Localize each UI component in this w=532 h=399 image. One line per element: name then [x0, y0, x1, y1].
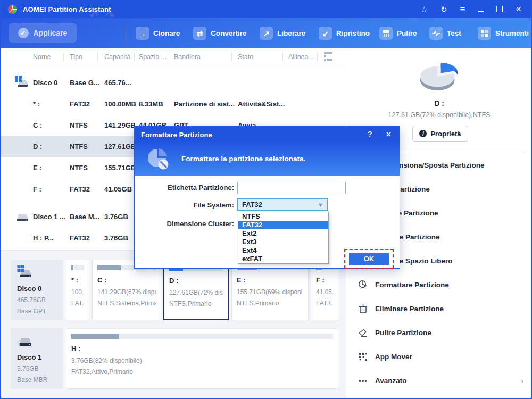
toolbar-item-test[interactable]: Test: [429, 27, 461, 40]
properties-label: Proprietà: [430, 130, 461, 138]
dialog-close-button[interactable]: ×: [386, 130, 391, 139]
format-partition-dialog: Formattare Partizione ? × Formattare la …: [134, 126, 400, 269]
partition-fs: FAT3...: [316, 300, 333, 307]
chevron-down-icon: ▼: [318, 202, 327, 208]
toolbar-item-recover[interactable]: ↙ Ripristino: [319, 27, 370, 40]
dialog-title: Formattare Partizione: [141, 131, 212, 139]
toolbar-item-convert[interactable]: ⇄ Convertire: [193, 27, 247, 40]
option-ext3[interactable]: Ext3: [238, 238, 328, 246]
selected-drive-label: D :: [346, 99, 532, 107]
toolbar-item-wipe[interactable]: Pulire: [379, 27, 417, 40]
partition-letter: * :: [71, 276, 84, 284]
format-dialog-pie-icon: [146, 147, 171, 172]
apply-button[interactable]: ✓ Applicare: [9, 23, 77, 43]
partition-size: 141.29GB(67% dispo...: [97, 288, 156, 296]
menu-item-advanced[interactable]: ••• Avanzato ›: [346, 369, 532, 393]
file-system-combobox[interactable]: FAT32 ▼: [237, 198, 328, 211]
partition-letter: F :: [316, 276, 333, 284]
minimize-button[interactable]: [478, 11, 484, 12]
apply-label: Applicare: [34, 29, 68, 37]
app-window: AOMEI Partition Assistant ☆ ↻ ≡ × ✓ Appl…: [0, 0, 532, 399]
refresh-icon[interactable]: ↻: [440, 5, 447, 13]
convert-icon: ⇄: [193, 27, 206, 40]
close-button[interactable]: ×: [516, 4, 521, 14]
option-fat32-selected[interactable]: FAT32: [238, 221, 328, 229]
menu-item-app-mover[interactable]: App Mover: [346, 345, 532, 369]
partition-fs: NTFS,Sistema,Prima...: [97, 300, 156, 307]
col-nome[interactable]: Nome: [33, 53, 51, 61]
partition-card-e[interactable]: E : 155.71GB(69% disponi... NTFS,Primari…: [231, 260, 309, 320]
cell-tipo: FAT32: [70, 185, 90, 193]
chevron-right-icon: ›: [521, 376, 532, 385]
menu-icon[interactable]: ≡: [460, 5, 466, 14]
col-capacita[interactable]: Capacità: [104, 53, 130, 61]
dialog-help-button[interactable]: ?: [368, 130, 372, 139]
menu-label: App Mover: [375, 353, 412, 361]
cell-stato: Attività&Sist...: [238, 100, 285, 108]
col-bandiera[interactable]: Bandiera: [174, 53, 201, 61]
option-exfat[interactable]: exFAT: [238, 255, 328, 263]
wipe-icon: [379, 27, 393, 40]
partition-card-d-selected[interactable]: D : 127.61GB(72% disp... NTFS,Primario: [163, 260, 229, 320]
option-ext2[interactable]: Ext2: [238, 229, 328, 238]
ok-button[interactable]: OK: [349, 253, 389, 265]
table-row-star[interactable]: * : FAT32 100.00MB 8.33MB Partizione di …: [1, 93, 346, 114]
col-spazio[interactable]: Spazio ...: [139, 53, 167, 61]
cell-name: * :: [33, 100, 40, 108]
redo-button[interactable]: ↷: [106, 10, 114, 22]
cell-name: D :: [33, 143, 42, 151]
toolbar-label: Test: [447, 29, 461, 37]
table-row-disk0[interactable]: Disco 0 Base G... 465.76...: [1, 72, 346, 93]
free-up-icon: ↗: [260, 27, 273, 40]
menu-item-delete-partition[interactable]: Eliminare Partizione: [346, 297, 532, 321]
partition-size: 3.76GB(82% disponibile): [71, 357, 333, 364]
cell-tipo: FAT32: [70, 234, 90, 242]
col-allinea[interactable]: Allinea...: [288, 53, 314, 61]
option-ntfs[interactable]: NTFS: [238, 212, 328, 221]
partition-card-f[interactable]: F : 41.05... FAT3...: [311, 260, 338, 320]
maximize-button[interactable]: [496, 6, 503, 12]
cell-capacita: 465.76...: [104, 79, 131, 87]
toolbar-item-free-up[interactable]: ↗ Liberare: [260, 27, 305, 40]
disk-icon: [15, 210, 30, 223]
col-tipo[interactable]: Tipo: [70, 53, 82, 61]
column-settings-icon[interactable]: [323, 52, 334, 63]
disk1-info-card[interactable]: Disco 1 3.76GB Base MBR: [11, 328, 63, 389]
app-mover-icon: [358, 352, 368, 362]
cell-name: Disco 0: [33, 79, 57, 87]
disk0-info-card[interactable]: Disco 0 465.76GB Base GPT: [11, 260, 63, 320]
cell-capacita: 141.29GB: [104, 121, 136, 129]
partition-card-star[interactable]: * : 100.... FAT...: [66, 260, 89, 320]
ok-annotation-highlight: OK: [344, 249, 394, 269]
menu-item-wipe-partition[interactable]: Pulire Partizione: [346, 321, 532, 345]
menu-label: Formattare Partizione: [375, 281, 449, 289]
partition-fs: FAT...: [71, 300, 84, 307]
disk-overview: Disco 0 465.76GB Base GPT * : 100.... FA…: [1, 251, 346, 398]
cell-name: E :: [33, 164, 42, 172]
toolbar-item-clone[interactable]: → Clonare: [136, 27, 180, 40]
partition-card-h[interactable]: H : 3.76GB(82% disponibile) FAT32,Attivo…: [66, 328, 338, 389]
cell-spazio: 8.33MB: [139, 100, 163, 108]
col-stato[interactable]: Stato: [238, 53, 253, 61]
partition-size: 155.71GB(69% disponi...: [237, 288, 303, 296]
menu-item-format-partition[interactable]: Formattare Partizione: [346, 273, 532, 297]
header-separator: [231, 53, 232, 61]
ellipsis-icon: •••: [358, 376, 368, 386]
favorite-star-icon[interactable]: ☆: [421, 5, 428, 13]
properties-button[interactable]: i Proprietà: [412, 126, 468, 142]
disk-icon: [17, 334, 33, 347]
partition-label-field-label: Etichetta Partizione:: [138, 184, 234, 192]
toolbar-item-tools[interactable]: Strumenti: [478, 27, 529, 40]
toolbar-label: Strumenti: [495, 29, 529, 37]
dialog-title-bar: Formattare Partizione ? ×: [135, 127, 400, 143]
test-icon: [429, 27, 443, 40]
clone-icon: →: [136, 27, 149, 40]
partition-label-input[interactable]: [237, 182, 346, 194]
partition-size: 127.61GB(72% disp...: [169, 289, 223, 296]
cell-capacita: 41.05GB: [104, 185, 132, 193]
partition-card-c[interactable]: C : 141.29GB(67% dispo... NTFS,Sistema,P…: [92, 260, 161, 320]
undo-button[interactable]: ↶: [89, 10, 98, 22]
disk-size: 3.76GB: [17, 365, 63, 372]
cell-tipo: Base M...: [70, 213, 99, 221]
option-ext4[interactable]: Ext4: [238, 246, 328, 255]
